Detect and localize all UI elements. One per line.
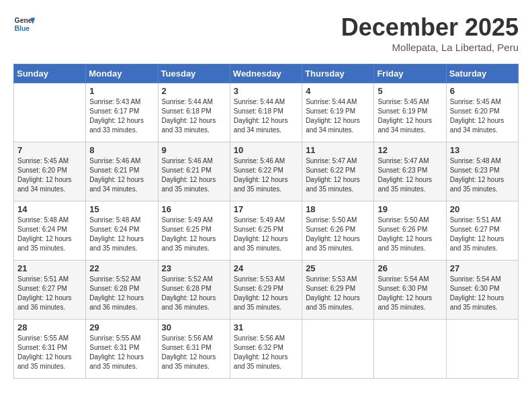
day-number: 18: [306, 204, 370, 214]
day-info: Sunrise: 5:54 AM Sunset: 6:30 PM Dayligh…: [450, 275, 515, 312]
calendar-cell: 22Sunrise: 5:52 AM Sunset: 6:28 PM Dayli…: [86, 261, 158, 320]
day-number: 4: [306, 86, 370, 96]
calendar-cell: 23Sunrise: 5:52 AM Sunset: 6:28 PM Dayli…: [158, 261, 230, 320]
calendar-cell: 3Sunrise: 5:44 AM Sunset: 6:18 PM Daylig…: [230, 83, 302, 142]
day-info: Sunrise: 5:44 AM Sunset: 6:18 PM Dayligh…: [234, 97, 298, 135]
day-info: Sunrise: 5:54 AM Sunset: 6:30 PM Dayligh…: [378, 275, 442, 312]
calendar-cell: 31Sunrise: 5:56 AM Sunset: 6:32 PM Dayli…: [230, 320, 302, 379]
day-number: 30: [162, 322, 226, 332]
calendar-cell: 26Sunrise: 5:54 AM Sunset: 6:30 PM Dayli…: [374, 261, 446, 320]
page-header: General Blue December 2025 Mollepata, La…: [13, 13, 519, 53]
calendar-cell: 4Sunrise: 5:44 AM Sunset: 6:19 PM Daylig…: [302, 83, 374, 142]
calendar-cell: 25Sunrise: 5:53 AM Sunset: 6:29 PM Dayli…: [302, 261, 374, 320]
calendar-cell: 12Sunrise: 5:47 AM Sunset: 6:23 PM Dayli…: [374, 142, 446, 201]
week-row-5: 28Sunrise: 5:55 AM Sunset: 6:31 PM Dayli…: [14, 320, 519, 379]
svg-text:Blue: Blue: [15, 25, 30, 32]
day-info: Sunrise: 5:49 AM Sunset: 6:25 PM Dayligh…: [234, 216, 298, 253]
day-info: Sunrise: 5:47 AM Sunset: 6:23 PM Dayligh…: [378, 156, 442, 194]
day-info: Sunrise: 5:48 AM Sunset: 6:24 PM Dayligh…: [17, 216, 82, 253]
day-number: 16: [162, 204, 226, 214]
calendar-cell: 5Sunrise: 5:45 AM Sunset: 6:19 PM Daylig…: [374, 83, 446, 142]
day-info: Sunrise: 5:53 AM Sunset: 6:29 PM Dayligh…: [306, 275, 370, 312]
day-info: Sunrise: 5:50 AM Sunset: 6:26 PM Dayligh…: [306, 216, 370, 253]
weekday-header-sunday: Sunday: [14, 64, 86, 83]
month-title: December 2025: [341, 13, 519, 42]
weekday-header-wednesday: Wednesday: [230, 64, 302, 83]
day-info: Sunrise: 5:47 AM Sunset: 6:22 PM Dayligh…: [306, 156, 370, 194]
calendar-cell: 2Sunrise: 5:44 AM Sunset: 6:18 PM Daylig…: [158, 83, 230, 142]
day-info: Sunrise: 5:44 AM Sunset: 6:18 PM Dayligh…: [162, 97, 226, 135]
calendar-cell: 11Sunrise: 5:47 AM Sunset: 6:22 PM Dayli…: [302, 142, 374, 201]
day-info: Sunrise: 5:49 AM Sunset: 6:25 PM Dayligh…: [162, 216, 226, 253]
calendar-cell: [302, 320, 374, 379]
day-number: 12: [378, 145, 442, 155]
day-number: 2: [162, 86, 226, 96]
day-number: 8: [89, 145, 154, 155]
calendar-cell: 17Sunrise: 5:49 AM Sunset: 6:25 PM Dayli…: [230, 201, 302, 261]
calendar-cell: 6Sunrise: 5:45 AM Sunset: 6:20 PM Daylig…: [446, 83, 518, 142]
calendar-cell: 7Sunrise: 5:45 AM Sunset: 6:20 PM Daylig…: [14, 142, 86, 201]
day-info: Sunrise: 5:46 AM Sunset: 6:22 PM Dayligh…: [234, 156, 298, 194]
weekday-header-row: SundayMondayTuesdayWednesdayThursdayFrid…: [14, 64, 519, 83]
day-info: Sunrise: 5:46 AM Sunset: 6:21 PM Dayligh…: [89, 156, 154, 194]
calendar-cell: 27Sunrise: 5:54 AM Sunset: 6:30 PM Dayli…: [446, 261, 518, 320]
week-row-2: 7Sunrise: 5:45 AM Sunset: 6:20 PM Daylig…: [14, 142, 519, 201]
title-block: December 2025 Mollepata, La Libertad, Pe…: [341, 13, 519, 53]
day-info: Sunrise: 5:55 AM Sunset: 6:31 PM Dayligh…: [89, 334, 154, 371]
day-number: 23: [162, 263, 226, 273]
weekday-header-saturday: Saturday: [446, 64, 518, 83]
day-number: 24: [234, 263, 298, 273]
day-info: Sunrise: 5:45 AM Sunset: 6:20 PM Dayligh…: [17, 156, 82, 194]
day-info: Sunrise: 5:45 AM Sunset: 6:19 PM Dayligh…: [378, 97, 442, 135]
day-info: Sunrise: 5:55 AM Sunset: 6:31 PM Dayligh…: [17, 334, 82, 371]
day-number: 14: [17, 204, 82, 214]
calendar-cell: 16Sunrise: 5:49 AM Sunset: 6:25 PM Dayli…: [158, 201, 230, 261]
calendar-cell: 9Sunrise: 5:46 AM Sunset: 6:21 PM Daylig…: [158, 142, 230, 201]
day-number: 31: [234, 322, 298, 332]
day-info: Sunrise: 5:48 AM Sunset: 6:24 PM Dayligh…: [89, 216, 154, 253]
day-number: 13: [450, 145, 515, 155]
day-info: Sunrise: 5:45 AM Sunset: 6:20 PM Dayligh…: [450, 97, 515, 135]
day-info: Sunrise: 5:48 AM Sunset: 6:23 PM Dayligh…: [450, 156, 515, 194]
day-info: Sunrise: 5:43 AM Sunset: 6:17 PM Dayligh…: [89, 97, 154, 135]
day-number: 26: [378, 263, 442, 273]
calendar-cell: [374, 320, 446, 379]
calendar-cell: 14Sunrise: 5:48 AM Sunset: 6:24 PM Dayli…: [14, 201, 86, 261]
calendar-cell: 18Sunrise: 5:50 AM Sunset: 6:26 PM Dayli…: [302, 201, 374, 261]
calendar-cell: 24Sunrise: 5:53 AM Sunset: 6:29 PM Dayli…: [230, 261, 302, 320]
logo: General Blue: [13, 13, 35, 35]
day-number: 21: [17, 263, 82, 273]
calendar-cell: 28Sunrise: 5:55 AM Sunset: 6:31 PM Dayli…: [14, 320, 86, 379]
week-row-1: 1Sunrise: 5:43 AM Sunset: 6:17 PM Daylig…: [14, 83, 519, 142]
day-number: 6: [450, 86, 515, 96]
day-info: Sunrise: 5:53 AM Sunset: 6:29 PM Dayligh…: [234, 275, 298, 312]
day-info: Sunrise: 5:46 AM Sunset: 6:21 PM Dayligh…: [162, 156, 226, 194]
day-number: 17: [234, 204, 298, 214]
calendar-cell: 20Sunrise: 5:51 AM Sunset: 6:27 PM Dayli…: [446, 201, 518, 261]
calendar-cell: 30Sunrise: 5:56 AM Sunset: 6:31 PM Dayli…: [158, 320, 230, 379]
day-number: 15: [89, 204, 154, 214]
weekday-header-friday: Friday: [374, 64, 446, 83]
day-number: 20: [450, 204, 515, 214]
day-number: 11: [306, 145, 370, 155]
calendar-table: SundayMondayTuesdayWednesdayThursdayFrid…: [13, 64, 519, 379]
day-info: Sunrise: 5:52 AM Sunset: 6:28 PM Dayligh…: [162, 275, 226, 312]
day-number: 22: [89, 263, 154, 273]
weekday-header-thursday: Thursday: [302, 64, 374, 83]
day-info: Sunrise: 5:44 AM Sunset: 6:19 PM Dayligh…: [306, 97, 370, 135]
day-number: 1: [89, 86, 154, 96]
location: Mollepata, La Libertad, Peru: [341, 42, 519, 53]
day-info: Sunrise: 5:51 AM Sunset: 6:27 PM Dayligh…: [17, 275, 82, 312]
day-info: Sunrise: 5:52 AM Sunset: 6:28 PM Dayligh…: [89, 275, 154, 312]
calendar-cell: 1Sunrise: 5:43 AM Sunset: 6:17 PM Daylig…: [86, 83, 158, 142]
calendar-cell: 21Sunrise: 5:51 AM Sunset: 6:27 PM Dayli…: [14, 261, 86, 320]
day-number: 10: [234, 145, 298, 155]
day-number: 5: [378, 86, 442, 96]
week-row-3: 14Sunrise: 5:48 AM Sunset: 6:24 PM Dayli…: [14, 201, 519, 261]
day-info: Sunrise: 5:56 AM Sunset: 6:31 PM Dayligh…: [162, 334, 226, 371]
week-row-4: 21Sunrise: 5:51 AM Sunset: 6:27 PM Dayli…: [14, 261, 519, 320]
calendar-cell: 15Sunrise: 5:48 AM Sunset: 6:24 PM Dayli…: [86, 201, 158, 261]
day-number: 28: [17, 322, 82, 332]
calendar-cell: 13Sunrise: 5:48 AM Sunset: 6:23 PM Dayli…: [446, 142, 518, 201]
weekday-header-tuesday: Tuesday: [158, 64, 230, 83]
